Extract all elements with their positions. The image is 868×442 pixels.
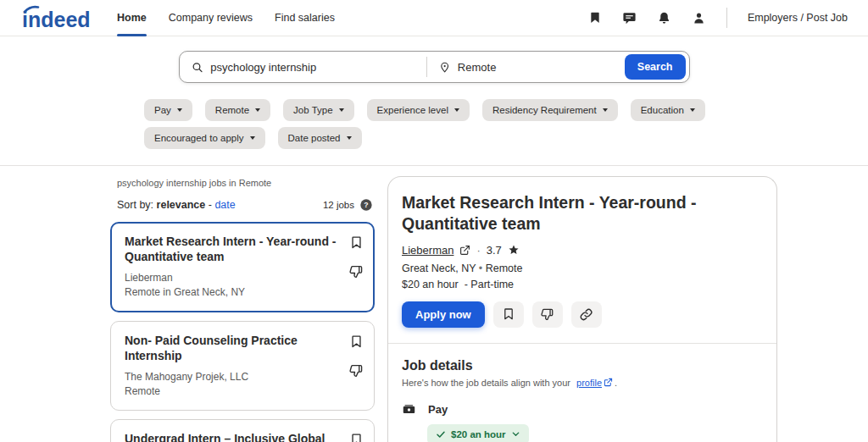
notifications-button[interactable]: [657, 11, 671, 25]
sort-date-link[interactable]: date: [214, 199, 235, 211]
caret-down-icon: [250, 136, 255, 140]
caret-down-icon: [177, 108, 182, 112]
help-circle-icon[interactable]: ?: [359, 198, 373, 212]
job-card-text: Market Research Intern - Year-round - Qu…: [125, 234, 342, 301]
bookmark-icon[interactable]: [349, 433, 364, 442]
job-card-counseling-internship[interactable]: Non- Paid Counseling Practice Internship…: [110, 321, 375, 412]
nav-divider: [726, 8, 727, 28]
job-detail-location-row: Great Neck, NY • Remote: [402, 262, 763, 274]
results-caption: psychology internship jobs in Remote: [117, 178, 375, 188]
search-where-segment: [427, 61, 620, 74]
results-area: psychology internship jobs in Remote Sor…: [0, 176, 868, 442]
indeed-job-search-page: indeed Home Company reviews Find salarie…: [0, 0, 868, 442]
sort-by-label: Sort by:: [117, 199, 153, 211]
nav-tab-home[interactable]: Home: [106, 0, 158, 36]
external-link-icon: [459, 245, 470, 256]
caret-down-icon: [454, 108, 459, 112]
job-card-text: Non- Paid Counseling Practice Internship…: [125, 333, 342, 400]
caret-down-icon: [347, 136, 352, 140]
job-card-undergrad-intern[interactable]: Undergrad Intern – Inclusive Global Heal…: [110, 419, 375, 442]
pay-section-label: Pay: [428, 403, 448, 416]
job-card-title[interactable]: Market Research Intern - Year-round - Qu…: [125, 234, 342, 265]
company-rating[interactable]: 3.7: [487, 244, 502, 257]
bookmark-icon[interactable]: [349, 334, 364, 349]
filter-education-label: Education: [641, 105, 684, 115]
chevron-down-icon: [511, 429, 520, 439]
job-detail-title: Market Research Intern - Year-round - Qu…: [402, 192, 763, 235]
filter-experience-level[interactable]: Experience level: [367, 99, 470, 121]
search-section: Search Pay Remote Job Type Experience le…: [0, 36, 868, 149]
job-search-bar: Search: [179, 51, 690, 83]
separator-bullet: •: [479, 262, 486, 274]
filter-encouraged-to-apply-label: Encouraged to apply: [154, 133, 244, 143]
filter-row-2: Encouraged to apply Date posted: [144, 127, 868, 149]
filter-remote-label: Remote: [215, 105, 249, 115]
job-card-title[interactable]: Non- Paid Counseling Practice Internship: [125, 333, 342, 364]
copy-link-button[interactable]: [571, 301, 602, 328]
saved-jobs-button[interactable]: [588, 11, 602, 25]
messages-button[interactable]: [622, 11, 637, 25]
search-button[interactable]: Search: [625, 54, 686, 80]
save-job-button[interactable]: [493, 301, 524, 328]
indeed-logo-text: indeed: [22, 8, 91, 31]
filter-job-type-label: Job Type: [293, 105, 332, 115]
search-what-input[interactable]: [210, 61, 414, 74]
profile-icon: [692, 11, 706, 25]
bookmark-icon: [502, 307, 515, 321]
pay-match-chip[interactable]: $20 an hour: [427, 424, 529, 442]
filter-date-posted[interactable]: Date posted: [278, 127, 362, 149]
thumbs-down-icon[interactable]: [348, 264, 364, 279]
profile-menu-button[interactable]: [692, 11, 706, 25]
dislike-job-button[interactable]: [532, 301, 563, 328]
thumbs-down-icon: [540, 307, 554, 322]
indeed-logo[interactable]: indeed: [21, 4, 92, 31]
job-card-market-research-intern[interactable]: Market Research Intern - Year-round - Qu…: [110, 222, 375, 312]
job-detail-actions: Apply now: [402, 301, 763, 328]
jobs-count-label: 12 jobs: [323, 200, 354, 210]
filter-encouraged-to-apply[interactable]: Encouraged to apply: [144, 127, 265, 149]
sort-relevance[interactable]: relevance: [157, 199, 206, 211]
filter-residency-requirement[interactable]: Residency Requirement: [482, 99, 618, 121]
nav-tab-company-reviews[interactable]: Company reviews: [158, 0, 264, 36]
filter-job-type[interactable]: Job Type: [283, 99, 353, 121]
filter-remote[interactable]: Remote: [205, 99, 270, 121]
job-details-subtext: Here's how the job details align with yo…: [402, 378, 763, 388]
job-card-actions: [342, 234, 364, 301]
job-detail-company-row: Lieberman · 3.7: [402, 244, 763, 257]
apply-now-button[interactable]: Apply now: [402, 301, 485, 328]
filter-pay-label: Pay: [154, 105, 171, 115]
section-divider: [0, 165, 868, 166]
pay-banknote-icon: [402, 402, 416, 417]
job-details-subtext-after: .: [615, 378, 617, 388]
job-remote-label: Remote: [486, 262, 523, 274]
job-card-location: Remote in Great Neck, NY: [125, 285, 342, 300]
nav-tab-find-salaries[interactable]: Find salaries: [264, 0, 346, 36]
pay-type-separator: -: [461, 279, 470, 290]
pay-match-value: $20 an hour: [451, 429, 506, 439]
panel-divider: [388, 343, 776, 344]
caret-down-icon: [255, 108, 260, 112]
profile-link[interactable]: profile: [576, 378, 602, 388]
job-cards-list: Market Research Intern - Year-round - Qu…: [110, 222, 375, 442]
filter-pay[interactable]: Pay: [144, 99, 192, 121]
job-type-value: Part-time: [470, 279, 514, 290]
top-navigation-bar: indeed Home Company reviews Find salarie…: [0, 0, 868, 36]
filter-education[interactable]: Education: [631, 99, 705, 121]
messages-icon: [622, 11, 637, 25]
company-link[interactable]: Lieberman: [402, 244, 453, 257]
job-card-company: The Mahogany Projek, LLC: [125, 370, 342, 384]
employers-post-job-link[interactable]: Employers / Post Job: [748, 12, 848, 24]
job-details-heading: Job details: [402, 358, 763, 373]
search-where-input[interactable]: [458, 61, 608, 74]
bookmark-icon: [588, 11, 602, 25]
copy-link-icon: [579, 307, 593, 322]
thumbs-down-icon[interactable]: [348, 363, 364, 378]
filter-residency-requirement-label: Residency Requirement: [492, 105, 597, 115]
job-card-title[interactable]: Undergrad Intern – Inclusive Global Heal…: [125, 431, 342, 442]
search-icon: [192, 61, 203, 74]
job-location: Great Neck, NY: [402, 262, 476, 274]
sort-by: Sort by: relevance - date: [117, 199, 236, 211]
job-card-actions: [342, 333, 364, 400]
caret-down-icon: [339, 108, 344, 112]
bookmark-icon[interactable]: [349, 235, 364, 250]
